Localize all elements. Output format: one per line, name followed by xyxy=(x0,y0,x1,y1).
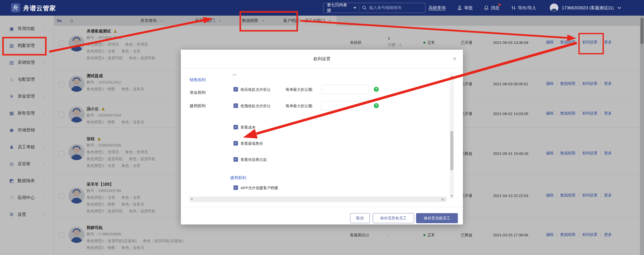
app-logo-icon: 舟 xyxy=(11,3,20,12)
modal-horizontal-scrollbar[interactable]: ◂ xyxy=(189,196,447,202)
checkbox-view-supplier-debt[interactable]: ✓ xyxy=(233,157,238,162)
approval-stamp-icon xyxy=(457,5,462,10)
checkbox-label: 查看成本 xyxy=(241,125,256,130)
modal-title: 权利设置 xyxy=(181,50,463,68)
checkbox-advance-discount[interactable]: ✓ xyxy=(233,103,238,108)
search-scope-dropdown[interactable]: 查七日内单据 xyxy=(323,3,359,13)
account-menu[interactable]: 17366203023 (客服测试11) xyxy=(550,0,621,16)
help-icon[interactable]: ? xyxy=(374,87,379,92)
cancel-button[interactable]: 取消 xyxy=(350,213,370,223)
divider xyxy=(181,68,463,69)
bell-icon xyxy=(484,5,489,10)
search-input[interactable] xyxy=(369,5,425,10)
export-import-button[interactable]: 导出/导入 xyxy=(511,0,536,16)
checkbox-view-cost[interactable]: ✓ xyxy=(233,125,238,129)
save-current-employee-button[interactable]: 保存至当前员工 xyxy=(416,213,458,223)
checkbox-receivable-discount[interactable]: ✓ xyxy=(233,87,238,92)
checkbox-app-create-customer[interactable]: ✓ xyxy=(233,185,238,190)
rights-settings-modal: 权利设置 × 销售权利 资金权利 建档权利 ✓ 收应收款允许折让 每单最大折让额… xyxy=(181,50,463,224)
header-search-group: 查七日内单据 xyxy=(323,3,425,13)
amount-label: 每单最大折让额: xyxy=(286,104,313,108)
account-label: 17366203023 (客服测试11) xyxy=(562,5,614,11)
approval-button[interactable]: 审批 xyxy=(457,0,473,16)
checkbox-label: APP允许创建客户档案 xyxy=(241,186,278,190)
close-icon[interactable]: × xyxy=(453,56,456,62)
scroll-down-icon[interactable]: ▼ xyxy=(450,194,454,197)
divider xyxy=(181,207,463,207)
scrollbar-thumb[interactable] xyxy=(441,198,444,201)
search-scope-label: 查七日内单据 xyxy=(327,3,351,13)
caret-down-icon xyxy=(353,7,356,9)
modal-nav-filing-rights[interactable]: 建档权利 xyxy=(190,103,206,109)
max-discount-input[interactable] xyxy=(321,101,369,110)
chevron-down-icon xyxy=(617,7,621,9)
checkbox-label: 收应收款允许折让 xyxy=(241,87,271,92)
scrollbar-thumb[interactable] xyxy=(450,131,453,170)
checkbox-view-lowest-price[interactable]: ✓ xyxy=(233,141,238,146)
messages-button[interactable]: 消息 xyxy=(484,0,499,16)
modal-nav-fund-rights[interactable]: 资金权利 xyxy=(190,90,206,95)
user-avatar xyxy=(550,4,558,12)
app-header: 舟 舟谱云管家 查七日内单据 高级查询 审批 消息 xyxy=(0,0,644,16)
scroll-up-icon[interactable]: ▲ xyxy=(450,75,454,78)
unread-badge xyxy=(498,4,501,6)
scroll-left-icon[interactable]: ◂ xyxy=(191,197,192,201)
section-filing-rights: 建档权利 xyxy=(230,175,246,181)
save-all-employees-button[interactable]: 保存至所有员工 xyxy=(373,213,414,223)
scrolled-item-remnant xyxy=(232,74,236,75)
checkbox-label: 查看供应商欠款 xyxy=(241,157,267,162)
modal-vertical-scrollbar[interactable]: ▲ ▼ xyxy=(450,74,454,199)
max-discount-input[interactable] xyxy=(321,85,369,94)
help-icon[interactable]: ? xyxy=(374,103,379,108)
export-import-icon xyxy=(511,5,516,10)
amount-label: 每单最大折让额: xyxy=(286,87,313,92)
modal-nav-sales-rights[interactable]: 销售权利 xyxy=(190,77,206,83)
search-icon xyxy=(362,6,367,10)
advanced-search-link[interactable]: 高级查询 xyxy=(428,0,446,16)
checkbox-label: 收预收款允许折让 xyxy=(241,104,271,108)
checkbox-label: 查看最低售价 xyxy=(241,141,263,146)
app-title: 舟谱云管家 xyxy=(23,4,56,12)
